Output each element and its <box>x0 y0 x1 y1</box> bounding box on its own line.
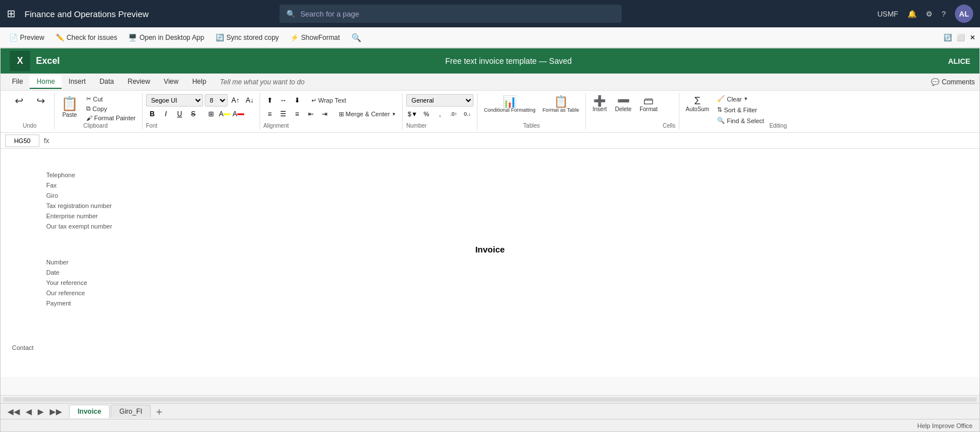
clipboard-label: Clipboard <box>83 123 139 129</box>
format-icon: ⚡ <box>290 34 299 42</box>
check-issues-button[interactable]: ✏️ Check for issues <box>51 31 122 44</box>
decimal-dec-btn[interactable]: 0.↓ <box>461 108 473 120</box>
clear-icon: 🧹 <box>717 95 725 103</box>
restore-window-icon[interactable]: ⬜ <box>957 34 965 42</box>
search-mini-icon[interactable]: 🔍 <box>351 33 361 42</box>
show-format-button[interactable]: ⚡ ShowFormat <box>286 31 345 44</box>
avatar[interactable]: AL <box>955 5 973 23</box>
wrap-text-button[interactable]: ↵ Wrap Text <box>309 96 349 105</box>
comments-button[interactable]: 💬 Comments <box>931 78 975 86</box>
underline-button[interactable]: U <box>173 108 186 120</box>
sheet-tab-giro[interactable]: Giro_FI <box>111 405 151 418</box>
sheet-nav-next[interactable]: ▶ <box>35 407 46 416</box>
row-giro: Giro <box>46 192 934 202</box>
tab-help[interactable]: Help <box>185 75 213 89</box>
bell-icon[interactable]: 🔔 <box>908 10 917 18</box>
format-as-table-button[interactable]: 📋 Format as Table <box>540 94 582 115</box>
tab-insert[interactable]: Insert <box>62 75 92 89</box>
sheet-nav-last[interactable]: ▶▶ <box>47 407 64 416</box>
indent-decrease-button[interactable]: ⇤ <box>305 108 317 120</box>
sheet-nav-first[interactable]: ◀◀ <box>5 407 22 416</box>
cut-button[interactable]: ✂ Cut <box>83 94 139 104</box>
tables-label: Tables <box>523 123 540 129</box>
align-bottom-button[interactable]: ⬇ <box>291 94 303 107</box>
delete-cells-button[interactable]: ➖ Delete <box>612 94 634 114</box>
cell-reference[interactable] <box>5 135 39 147</box>
merge-center-button[interactable]: ⊞ Merge & Center ▼ <box>336 109 399 119</box>
add-sheet-button[interactable]: ＋ <box>154 405 164 418</box>
italic-button[interactable]: I <box>160 108 172 120</box>
ribbon-toolbar: ↩ ↪ Undo 📋 Paste ✂ Cut <box>1 91 979 133</box>
align-top-button[interactable]: ⬆ <box>264 94 276 107</box>
percent-btn[interactable]: % <box>420 108 432 120</box>
h-scroll-track[interactable] <box>3 397 977 402</box>
comma-btn[interactable]: , <box>434 108 446 120</box>
font-color-button[interactable]: A <box>232 108 245 120</box>
tax-reg-label: Tax registration number <box>46 202 137 209</box>
font-size-select[interactable]: 8 <box>205 94 228 107</box>
decimal-inc-btn[interactable]: .0↑ <box>447 108 460 120</box>
bold-button[interactable]: B <box>146 108 159 120</box>
format-painter-button[interactable]: 🖌 Format Painter <box>83 113 139 123</box>
help-icon[interactable]: ? <box>942 10 946 18</box>
sort-filter-button[interactable]: ⇅ Sort & Filter <box>714 105 767 115</box>
scissors-icon: ✂ <box>86 95 91 103</box>
sheet-content: Telephone Fax Giro Tax registration numb… <box>1 149 979 377</box>
number-label: Number <box>406 123 473 129</box>
tab-home[interactable]: Home <box>30 75 62 89</box>
open-desktop-button[interactable]: 🖥️ Open in Desktop App <box>124 31 208 44</box>
invoice-title: Invoice <box>46 244 934 254</box>
fill-color-indicator <box>224 113 230 115</box>
redo-button[interactable]: ↪ <box>30 94 51 108</box>
paste-button[interactable]: 📋 Paste <box>58 94 81 120</box>
borders-button[interactable]: ⊞ <box>205 108 217 120</box>
align-right-button[interactable]: ≡ <box>291 108 303 120</box>
align-middle-button[interactable]: ↔ <box>277 94 290 107</box>
undo-icon: ↩ <box>15 96 23 106</box>
telephone-label: Telephone <box>46 172 137 178</box>
strikethrough-button[interactable]: S <box>187 108 200 120</box>
comment-icon: 💬 <box>931 78 939 86</box>
copy-icon: ⧉ <box>86 105 91 112</box>
format-cells-button[interactable]: 🗃 Format <box>637 94 661 114</box>
tab-file[interactable]: File <box>5 75 30 89</box>
clear-button[interactable]: 🧹 Clear ▼ <box>714 94 767 104</box>
tab-review[interactable]: Review <box>121 75 157 89</box>
preview-button[interactable]: 📄 Preview <box>5 31 49 44</box>
formula-input[interactable] <box>54 135 975 147</box>
editing-label: Editing <box>770 123 787 129</box>
align-center-button[interactable]: ☰ <box>277 108 290 120</box>
find-select-button[interactable]: 🔍 Find & Select <box>714 116 767 125</box>
close-icon[interactable]: ✕ <box>970 34 975 42</box>
search-bar[interactable]: 🔍 Search for a page <box>280 5 622 23</box>
font-group: Segoe UI 8 A↑ A↓ B I U S ⊞ A <box>143 93 260 130</box>
insert-cells-button[interactable]: ➕ Insert <box>589 94 610 114</box>
horizontal-scroll[interactable] <box>1 395 979 403</box>
conditional-formatting-button[interactable]: 📊 Conditional Formatting <box>481 94 538 115</box>
app-grid-icon[interactable]: ⊞ <box>7 7 15 20</box>
sheet-tab-invoice[interactable]: Invoice <box>69 405 110 418</box>
accounting-btn[interactable]: $▼ <box>406 108 419 120</box>
sheet-area[interactable]: Telephone Fax Giro Tax registration numb… <box>1 149 979 395</box>
sync-button[interactable]: 🔄 Sync stored copy <box>211 31 284 44</box>
tab-data[interactable]: Data <box>92 75 120 89</box>
font-grow-button[interactable]: A↑ <box>229 94 242 107</box>
contact-label: Contact <box>12 344 34 351</box>
tell-me[interactable]: Tell me what you want to do <box>220 78 305 86</box>
align-left-button[interactable]: ≡ <box>264 108 276 120</box>
font-name-select[interactable]: Segoe UI <box>146 94 203 107</box>
sync-icon: 🔄 <box>216 34 224 42</box>
tab-view[interactable]: View <box>157 75 185 89</box>
fill-color-button[interactable]: A <box>218 108 231 120</box>
copy-button[interactable]: ⧉ Copy <box>83 104 139 113</box>
open-icon: 🖥️ <box>128 34 137 42</box>
indent-increase-button[interactable]: ⇥ <box>318 108 331 120</box>
number-format-select[interactable]: General <box>406 94 473 107</box>
restore-icon[interactable]: 🔃 <box>943 34 952 42</box>
gear-icon[interactable]: ⚙ <box>926 10 933 18</box>
sheet-nav-prev[interactable]: ◀ <box>23 407 34 416</box>
delete-icon: ➖ <box>617 96 630 106</box>
autosum-button[interactable]: Σ AutoSum <box>683 94 712 114</box>
font-shrink-button[interactable]: A↓ <box>244 94 256 107</box>
undo-button[interactable]: ↩ <box>9 94 29 108</box>
